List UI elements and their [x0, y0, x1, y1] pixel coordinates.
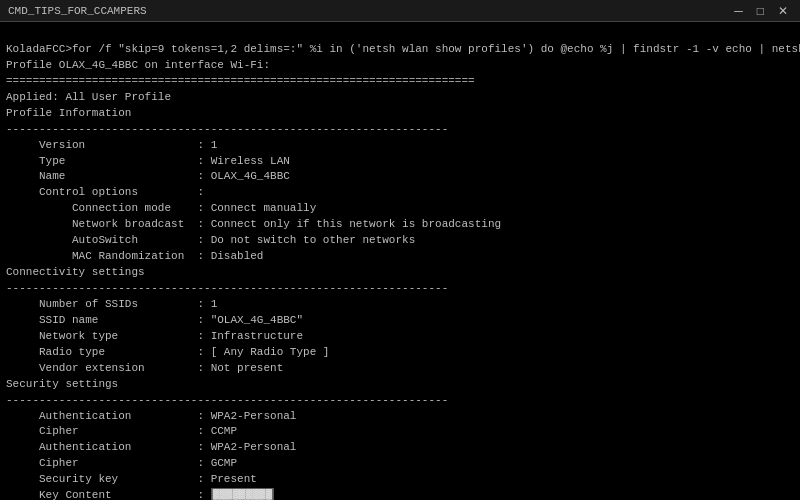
- terminal-line: Radio type : [ Any Radio Type ]: [6, 345, 794, 361]
- maximize-button[interactable]: □: [753, 4, 768, 18]
- terminal-line: Key Content : ▓▓▓▓▓▓▓▓▓: [6, 488, 794, 500]
- terminal-line: SSID name : "OLAX_4G_4BBC": [6, 313, 794, 329]
- terminal-content: KoladaFCC>for /f "skip=9 tokens=1,2 deli…: [0, 22, 800, 500]
- terminal-line: Authentication : WPA2-Personal: [6, 409, 794, 425]
- terminal-line: ========================================…: [6, 74, 794, 90]
- terminal-line: Applied: All User Profile: [6, 90, 794, 106]
- terminal-line: KoladaFCC>for /f "skip=9 tokens=1,2 deli…: [6, 42, 794, 58]
- terminal-line: Security key : Present: [6, 472, 794, 488]
- terminal-line: Type : Wireless LAN: [6, 154, 794, 170]
- minimize-button[interactable]: ─: [730, 4, 747, 18]
- terminal-line: MAC Randomization : Disabled: [6, 249, 794, 265]
- terminal-line: Security settings: [6, 377, 794, 393]
- terminal-line: Authentication : WPA2-Personal: [6, 440, 794, 456]
- terminal-line: Cipher : CCMP: [6, 424, 794, 440]
- terminal-line: Connectivity settings: [6, 265, 794, 281]
- terminal-line: Number of SSIDs : 1: [6, 297, 794, 313]
- terminal-line: Network type : Infrastructure: [6, 329, 794, 345]
- key-content-bar: ▓▓▓▓▓▓▓▓▓: [211, 488, 274, 500]
- terminal-line: Profile Information: [6, 106, 794, 122]
- terminal-line: Connection mode : Connect manually: [6, 201, 794, 217]
- window-title: CMD_TIPS_FOR_CCAMPERS: [8, 5, 147, 17]
- terminal-line: ----------------------------------------…: [6, 393, 794, 409]
- terminal-line: ----------------------------------------…: [6, 122, 794, 138]
- title-bar: CMD_TIPS_FOR_CCAMPERS ─ □ ✕: [0, 0, 800, 22]
- terminal-line: ----------------------------------------…: [6, 281, 794, 297]
- terminal-line: AutoSwitch : Do not switch to other netw…: [6, 233, 794, 249]
- terminal-line: Cipher : GCMP: [6, 456, 794, 472]
- terminal-line: Profile OLAX_4G_4BBC on interface Wi-Fi:: [6, 58, 794, 74]
- close-button[interactable]: ✕: [774, 4, 792, 18]
- terminal-line: Version : 1: [6, 138, 794, 154]
- terminal-line: Network broadcast : Connect only if this…: [6, 217, 794, 233]
- terminal-line: Name : OLAX_4G_4BBC: [6, 169, 794, 185]
- window-controls: ─ □ ✕: [730, 4, 792, 18]
- terminal-line: Control options :: [6, 185, 794, 201]
- terminal-line: Vendor extension : Not present: [6, 361, 794, 377]
